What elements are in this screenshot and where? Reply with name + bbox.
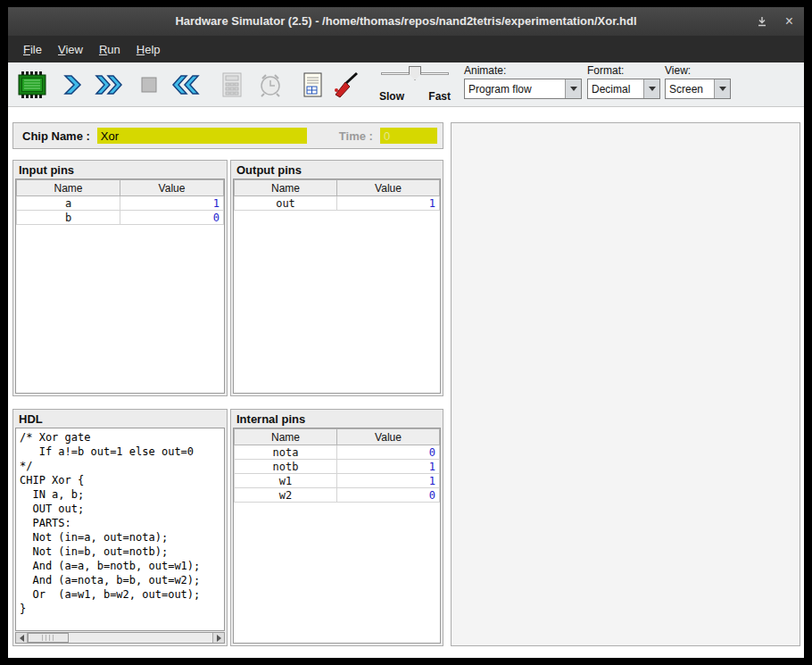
chevron-down-icon: [570, 87, 577, 91]
internal-pins-table: Name Value nota 0 notb 1: [233, 428, 441, 644]
run-button[interactable]: [91, 67, 127, 103]
hdl-horizontal-scrollbar[interactable]: [15, 632, 225, 644]
pin-name: nota: [235, 445, 337, 460]
hdl-title: HDL: [13, 410, 227, 428]
format-selected-value: Decimal: [588, 79, 643, 98]
calculator-icon: [220, 71, 244, 98]
clock-icon: [258, 71, 283, 98]
animate-selected-value: Program flow: [465, 79, 565, 98]
table-row: notb 1: [235, 460, 440, 474]
format-label: Format:: [587, 64, 660, 77]
speed-slider[interactable]: Slow Fast: [379, 64, 451, 105]
minimize-button[interactable]: [757, 16, 767, 27]
scrollbar-thumb[interactable]: [28, 633, 69, 643]
menu-help[interactable]: Help: [128, 38, 169, 61]
menu-file[interactable]: File: [15, 38, 50, 61]
table-row: w2 0: [235, 488, 440, 503]
animate-select[interactable]: Program flow: [464, 79, 582, 99]
close-icon: ×: [785, 14, 793, 29]
table-row: a 1: [17, 196, 224, 211]
pin-value: 0: [337, 445, 440, 460]
pin-name: notb: [235, 460, 337, 474]
input-pins-panel: Input pins Name Value a 1: [12, 160, 228, 396]
app-window: Hardware Simulator (2.5) - /home/thomas/…: [8, 7, 804, 658]
output-pins-title: Output pins: [231, 161, 443, 179]
window-title: Hardware Simulator (2.5) - /home/thomas/…: [8, 7, 804, 36]
hdl-code-view[interactable]: /* Xor gate If a!=b out=1 else out=0 */ …: [15, 428, 225, 631]
chip-name-bar: Chip Name : Time :: [12, 122, 443, 149]
format-select[interactable]: Decimal: [587, 79, 660, 99]
view-group: View: Screen: [665, 64, 731, 99]
chip-name-label: Chip Name :: [22, 129, 90, 143]
output-pins-panel: Output pins Name Value out 1: [230, 160, 443, 396]
stop-button[interactable]: [131, 67, 167, 103]
pin-value: 1: [337, 460, 440, 474]
chevron-down-icon: [649, 87, 656, 91]
breakpoints-button[interactable]: [327, 67, 363, 103]
table-row: out 1: [235, 196, 440, 211]
pin-value[interactable]: 0: [120, 211, 224, 225]
script-button[interactable]: [294, 67, 330, 103]
triangle-right-icon: [217, 635, 221, 642]
pin-name: w1: [235, 474, 337, 488]
internal-pins-panel: Internal pins Name Value nota 0: [230, 409, 443, 646]
calculator-button[interactable]: [214, 67, 250, 103]
view-select[interactable]: Screen: [665, 79, 731, 99]
col-header-value: Value: [337, 180, 440, 196]
chevron-down-icon: [719, 87, 726, 91]
load-chip-button[interactable]: [15, 67, 51, 103]
fast-forward-icon: [95, 73, 123, 96]
single-step-button[interactable]: [54, 67, 90, 103]
document-icon: [301, 71, 324, 98]
scroll-right-button[interactable]: [212, 633, 224, 643]
scroll-left-button[interactable]: [16, 633, 28, 643]
menubar: File View Run Help: [8, 36, 804, 62]
view-selected-value: Screen: [666, 79, 714, 98]
slider-handle[interactable]: [409, 66, 421, 80]
pin-value: 1: [337, 196, 440, 211]
table-row: nota 0: [235, 445, 440, 460]
table-row: b 0: [17, 211, 224, 225]
time-field[interactable]: [380, 128, 437, 144]
main-content: Chip Name : Time : Input pins Name Value: [8, 108, 804, 658]
reset-button[interactable]: [168, 67, 203, 103]
titlebar[interactable]: Hardware Simulator (2.5) - /home/thomas/…: [8, 7, 804, 36]
pin-value[interactable]: 1: [120, 196, 224, 211]
input-pins-table: Name Value a 1 b 0: [15, 179, 225, 394]
animate-dropdown-button[interactable]: [565, 79, 581, 98]
pin-value: 1: [337, 474, 440, 488]
view-dropdown-button[interactable]: [714, 79, 730, 98]
col-header-name: Name: [235, 180, 337, 196]
format-dropdown-button[interactable]: [643, 79, 659, 98]
table-row: w1 1: [235, 474, 440, 488]
pin-name: b: [17, 211, 120, 225]
chip-icon: [18, 71, 48, 99]
menu-run[interactable]: Run: [91, 38, 128, 61]
output-pins-table: Name Value out 1: [233, 179, 441, 394]
col-header-value: Value: [337, 429, 440, 445]
col-header-value: Value: [120, 180, 224, 196]
chip-name-field[interactable]: [97, 128, 307, 144]
clock-button[interactable]: [253, 67, 288, 103]
menu-view[interactable]: View: [50, 38, 91, 61]
col-header-name: Name: [17, 180, 120, 196]
input-pins-title: Input pins: [13, 161, 227, 179]
time-label: Time :: [339, 129, 373, 143]
window-controls: ×: [757, 7, 793, 36]
stop-square-icon: [141, 77, 157, 93]
slider-fast-label: Fast: [428, 90, 451, 103]
close-button[interactable]: ×: [785, 14, 793, 29]
hdl-panel: HDL /* Xor gate If a!=b out=1 else out=0…: [12, 409, 228, 646]
pin-name: w2: [235, 488, 337, 503]
slider-slow-label: Slow: [379, 90, 404, 103]
view-label: View:: [665, 64, 731, 77]
triangle-left-icon: [20, 635, 24, 642]
animate-group: Animate: Program flow: [464, 64, 582, 99]
animate-label: Animate:: [464, 64, 582, 77]
step-arrow-icon: [61, 73, 84, 96]
rewind-icon: [171, 73, 200, 96]
screen-view-panel: [451, 122, 800, 646]
brush-icon: [332, 71, 359, 98]
col-header-name: Name: [235, 429, 337, 445]
pin-name: out: [235, 196, 337, 211]
